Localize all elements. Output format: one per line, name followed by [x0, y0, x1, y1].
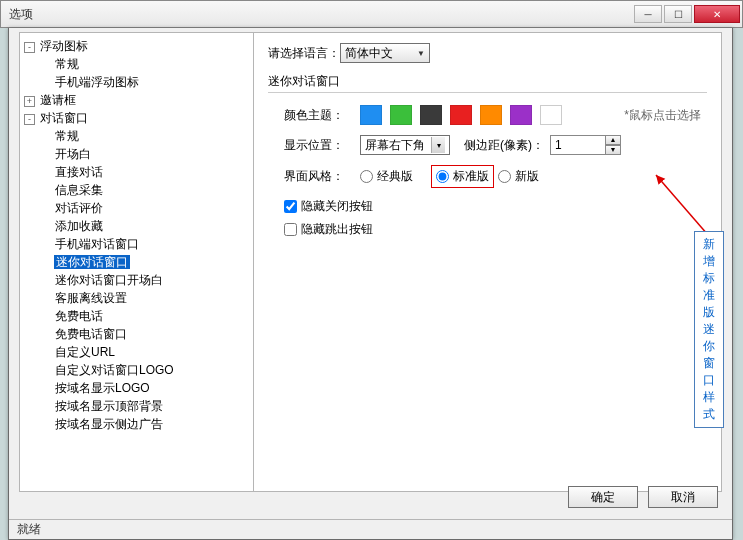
style-radio-classic[interactable]: 经典版 — [360, 168, 413, 185]
tree-item-label: 手机端对话窗口 — [54, 237, 140, 251]
margin-label: 侧边距(像素)： — [464, 137, 544, 154]
tree-item[interactable]: 手机端对话窗口 — [20, 235, 253, 253]
tree-item-label: 开场白 — [54, 147, 92, 161]
dialog-footer: 确定 取消 — [9, 479, 732, 515]
title-bar: 选项 ─ ☐ ✕ — [0, 0, 743, 28]
tree-item-label: 信息采集 — [54, 183, 104, 197]
tree-item-label: 浮动图标 — [39, 39, 89, 53]
theme-row: 颜色主题： *鼠标点击选择 — [274, 105, 701, 125]
tree-item-label: 迷你对话窗口开场白 — [54, 273, 164, 287]
hide-close-checkbox[interactable]: 隐藏关闭按钮 — [284, 198, 373, 215]
settings-panel: 请选择语言： 简体中文 ▼ 迷你对话窗口 颜色主题： *鼠标点击选择 显示位置：… — [254, 33, 721, 491]
hide-popup-checkbox[interactable]: 隐藏跳出按钮 — [284, 221, 373, 238]
tree-item[interactable]: 添加收藏 — [20, 217, 253, 235]
tree-item-label: 邀请框 — [39, 93, 77, 107]
style-radio-standard[interactable]: 标准版 — [436, 168, 489, 185]
color-swatch[interactable] — [510, 105, 532, 125]
tree-toggle-icon[interactable]: - — [24, 42, 35, 53]
color-swatch[interactable] — [360, 105, 382, 125]
tree-item[interactable]: -对话窗口 — [20, 109, 253, 127]
margin-spinner[interactable]: ▲ ▼ — [606, 135, 621, 155]
nav-tree[interactable]: -浮动图标常规手机端浮动图标+邀请框-对话窗口常规开场白直接对话信息采集对话评价… — [20, 33, 254, 491]
theme-hint: *鼠标点击选择 — [624, 107, 701, 124]
color-swatch[interactable] — [540, 105, 562, 125]
tree-item[interactable]: 客服离线设置 — [20, 289, 253, 307]
tree-item-label: 添加收藏 — [54, 219, 104, 233]
language-row: 请选择语言： 简体中文 ▼ — [268, 43, 707, 63]
content-area: -浮动图标常规手机端浮动图标+邀请框-对话窗口常规开场白直接对话信息采集对话评价… — [19, 32, 722, 492]
tree-item-label: 自定义URL — [54, 345, 116, 359]
tree-item[interactable]: 手机端浮动图标 — [20, 73, 253, 91]
tree-item[interactable]: +邀请框 — [20, 91, 253, 109]
tree-item[interactable]: 迷你对话窗口 — [20, 253, 253, 271]
color-swatch[interactable] — [390, 105, 412, 125]
tree-item[interactable]: 按域名显示LOGO — [20, 379, 253, 397]
theme-swatches — [360, 105, 570, 125]
color-swatch[interactable] — [450, 105, 472, 125]
minimize-button[interactable]: ─ — [634, 5, 662, 23]
maximize-button[interactable]: ☐ — [664, 5, 692, 23]
theme-label: 颜色主题： — [284, 107, 360, 124]
tree-item[interactable]: 免费电话 — [20, 307, 253, 325]
chevron-down-icon: ▾ — [431, 137, 445, 153]
style-label: 界面风格： — [284, 168, 360, 185]
language-select[interactable]: 简体中文 ▼ — [340, 43, 430, 63]
tree-item[interactable]: 常规 — [20, 55, 253, 73]
tree-item-label: 常规 — [54, 57, 80, 71]
tree-toggle-icon[interactable]: + — [24, 96, 35, 107]
tree-item[interactable]: 自定义对话窗口LOGO — [20, 361, 253, 379]
tree-item-label: 迷你对话窗口 — [54, 255, 130, 269]
tree-item[interactable]: 按域名显示侧边广告 — [20, 415, 253, 433]
tree-item-label: 免费电话窗口 — [54, 327, 128, 341]
tree-item[interactable]: 直接对话 — [20, 163, 253, 181]
spin-down-icon[interactable]: ▼ — [606, 145, 621, 155]
color-swatch[interactable] — [420, 105, 442, 125]
highlight-box: 标准版 — [431, 165, 494, 188]
tree-item[interactable]: 免费电话窗口 — [20, 325, 253, 343]
annotation-callout: 新增标准版迷你窗口样式 — [694, 231, 724, 428]
style-radio-new[interactable]: 新版 — [498, 168, 539, 185]
tree-item-label: 按域名显示顶部背景 — [54, 399, 164, 413]
tree-item[interactable]: 信息采集 — [20, 181, 253, 199]
tree-item[interactable]: 常规 — [20, 127, 253, 145]
ok-button[interactable]: 确定 — [568, 486, 638, 508]
window-title: 选项 — [9, 6, 632, 23]
tree-item[interactable]: -浮动图标 — [20, 37, 253, 55]
options-window: -浮动图标常规手机端浮动图标+邀请框-对话窗口常规开场白直接对话信息采集对话评价… — [8, 28, 733, 540]
tree-item[interactable]: 自定义URL — [20, 343, 253, 361]
tree-item-label: 按域名显示侧边广告 — [54, 417, 164, 431]
cancel-button[interactable]: 取消 — [648, 486, 718, 508]
tree-item-label: 按域名显示LOGO — [54, 381, 151, 395]
position-value: 屏幕右下角 — [365, 137, 425, 154]
tree-item-label: 常规 — [54, 129, 80, 143]
tree-toggle-icon[interactable]: - — [24, 114, 35, 125]
margin-input-group: ▲ ▼ — [550, 135, 621, 155]
color-swatch[interactable] — [480, 105, 502, 125]
tree-item-label: 对话评价 — [54, 201, 104, 215]
position-row: 显示位置： 屏幕右下角 ▾ 侧边距(像素)： ▲ ▼ — [274, 135, 701, 155]
tree-item-label: 对话窗口 — [39, 111, 89, 125]
spin-up-icon[interactable]: ▲ — [606, 135, 621, 145]
status-text: 就绪 — [17, 521, 41, 538]
position-select[interactable]: 屏幕右下角 ▾ — [360, 135, 450, 155]
language-value: 简体中文 — [345, 45, 393, 62]
hide-popup-row: 隐藏跳出按钮 — [274, 221, 701, 238]
status-bar: 就绪 — [9, 519, 732, 539]
margin-input[interactable] — [550, 135, 606, 155]
position-label: 显示位置： — [284, 137, 360, 154]
tree-item[interactable]: 对话评价 — [20, 199, 253, 217]
tree-item-label: 免费电话 — [54, 309, 104, 323]
style-row: 界面风格： 经典版 标准版 新版 — [274, 165, 701, 188]
tree-item-label: 客服离线设置 — [54, 291, 128, 305]
tree-item-label: 手机端浮动图标 — [54, 75, 140, 89]
section-title: 迷你对话窗口 — [268, 73, 707, 90]
tree-item[interactable]: 按域名显示顶部背景 — [20, 397, 253, 415]
close-button[interactable]: ✕ — [694, 5, 740, 23]
tree-item-label: 直接对话 — [54, 165, 104, 179]
tree-item-label: 自定义对话窗口LOGO — [54, 363, 175, 377]
language-label: 请选择语言： — [268, 45, 340, 62]
hide-close-row: 隐藏关闭按钮 — [274, 198, 701, 215]
mini-dialog-section: 颜色主题： *鼠标点击选择 显示位置： 屏幕右下角 ▾ 侧边距(像素)： ▲ — [268, 92, 707, 248]
tree-item[interactable]: 开场白 — [20, 145, 253, 163]
tree-item[interactable]: 迷你对话窗口开场白 — [20, 271, 253, 289]
